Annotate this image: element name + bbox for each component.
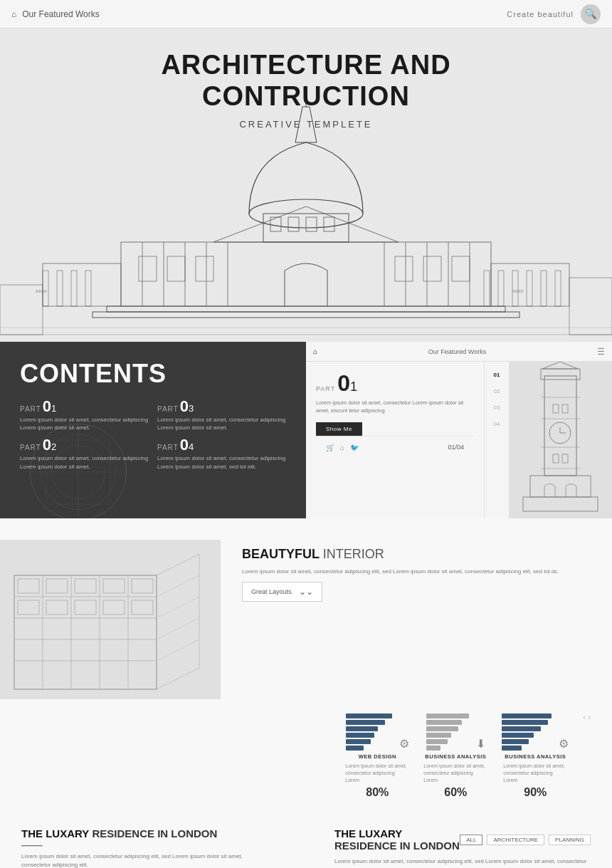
sidebar-num-2[interactable]: 02 bbox=[494, 388, 500, 394]
luxury-left-col: THE LUXARY RESIDENCE IN LONDON Lorem ips… bbox=[0, 813, 306, 868]
navbar-right: Create beautiful 🔍 bbox=[507, 4, 601, 24]
interior-desc: Lorem ipsum dolor sit amet, consectetur … bbox=[242, 568, 591, 576]
svg-rect-43 bbox=[569, 278, 612, 335]
svg-rect-34 bbox=[71, 271, 77, 306]
svg-rect-58 bbox=[553, 454, 559, 463]
preview-sidebar: 01 02 03 04 bbox=[484, 362, 509, 518]
stat-desc-2: Lorem ipsum dolor sit amet, consectetur … bbox=[423, 763, 487, 783]
contents-item-3: PART 03 Lorem ipsum dolor sit amet, cons… bbox=[157, 399, 286, 432]
part-num-4: 04 bbox=[180, 437, 194, 453]
interior-building-sketch bbox=[0, 540, 221, 696]
big-ben-sketch bbox=[509, 362, 612, 518]
navbar: ⌂ Our Featured Works Create beautiful 🔍 bbox=[0, 0, 612, 28]
svg-rect-68 bbox=[14, 575, 157, 689]
svg-rect-29 bbox=[491, 263, 569, 306]
svg-rect-40 bbox=[541, 271, 547, 306]
part-label-4: PART bbox=[157, 444, 179, 451]
svg-rect-0 bbox=[107, 306, 505, 312]
contents-desc-4: Lorem ipsum dolor sit amet, consectetur … bbox=[157, 454, 286, 470]
preview-nav: ⌂ Our Featured Works ☰ bbox=[306, 342, 612, 362]
svg-rect-22 bbox=[139, 256, 157, 281]
svg-rect-59 bbox=[562, 454, 568, 463]
contents-desc-3: Lorem ipsum dolor sit amet, consectetur … bbox=[157, 416, 286, 432]
stat-icon-2: ⬇ bbox=[476, 738, 485, 750]
stat-desc-3: Lorem ipsum dolor sit amet, consectetur … bbox=[503, 763, 567, 783]
svg-rect-36 bbox=[484, 271, 490, 306]
svg-line-88 bbox=[157, 668, 199, 689]
preview-building-image bbox=[509, 362, 612, 518]
svg-rect-52 bbox=[544, 376, 576, 476]
sidebar-num-1[interactable]: 01 bbox=[494, 372, 500, 378]
footer-icons: 🛒 ⌂ 🐦 bbox=[326, 444, 359, 451]
sidebar-num-4[interactable]: 04 bbox=[494, 421, 500, 427]
svg-line-92 bbox=[157, 618, 199, 639]
svg-line-87 bbox=[157, 554, 199, 575]
luxury-left-title: THE LUXARY RESIDENCE IN LONDON bbox=[21, 827, 270, 840]
preview-nav-title: Our Featured Works bbox=[428, 348, 486, 355]
interior-row: BEAUTYFUL INTERIOR Lorem ipsum dolor sit… bbox=[0, 518, 612, 713]
interior-image bbox=[0, 540, 221, 699]
stat-bars-1 bbox=[346, 713, 392, 751]
svg-marker-54 bbox=[542, 362, 578, 369]
prev-icon[interactable]: ‹ bbox=[583, 713, 585, 799]
svg-rect-28 bbox=[43, 263, 121, 306]
svg-line-93 bbox=[157, 639, 199, 661]
svg-rect-32 bbox=[43, 271, 48, 306]
luxury-left-desc: Lorem ipsum dolor sit amet, consectetur … bbox=[21, 852, 270, 868]
svg-rect-39 bbox=[527, 271, 532, 306]
preview-main: PART 01 Lorem ipsum dolor sit amet, cons… bbox=[306, 362, 484, 518]
svg-rect-26 bbox=[423, 256, 441, 281]
building-sketch-svg: |||||||||||||||||||| |||||||||||||||||||… bbox=[0, 100, 612, 342]
svg-rect-80 bbox=[103, 579, 125, 593]
search-icon: 🔍 bbox=[585, 9, 597, 19]
stat-label-2: BUSINESS ANALYSIS bbox=[425, 753, 486, 760]
hero-subtitle: CREATIVE TEMPLETE bbox=[239, 119, 372, 130]
preview-footer: 🛒 ⌂ 🐦 01/04 bbox=[316, 436, 474, 456]
stat-icon-3: ⚙ bbox=[559, 738, 569, 750]
svg-rect-84 bbox=[75, 600, 96, 615]
svg-rect-25 bbox=[395, 256, 413, 281]
part-label-1: PART bbox=[20, 405, 41, 413]
stat-bars-2 bbox=[426, 713, 469, 751]
stats-navigation[interactable]: ‹ › bbox=[583, 713, 591, 799]
create-text: Create beautiful bbox=[507, 10, 574, 19]
luxury-left-section: THE LUXARY RESIDENCE IN LONDON Lorem ips… bbox=[0, 813, 292, 868]
sidebar-num-3[interactable]: 03 bbox=[494, 404, 500, 411]
preview-panel: ⌂ Our Featured Works ☰ PART 01 Lorem ips… bbox=[306, 342, 612, 518]
svg-rect-18 bbox=[324, 217, 334, 231]
stat-item-2: ⬇ BUSINESS ANALYSIS Lorem ipsum dolor si… bbox=[423, 713, 487, 799]
luxury-right-col: THE LUXARY RESIDENCE IN LONDON ALL ARCHI… bbox=[306, 813, 612, 868]
contents-item-4: PART 04 Lorem ipsum dolor sit amet, cons… bbox=[157, 437, 286, 470]
interior-content: BEAUTYFUL INTERIOR Lorem ipsum dolor sit… bbox=[221, 540, 612, 699]
preview-body: PART 01 Lorem ipsum dolor sit amet, cons… bbox=[306, 362, 612, 518]
preview-nav-menu-icon: ☰ bbox=[597, 347, 605, 357]
contents-title: CONTENTS bbox=[20, 359, 286, 389]
svg-rect-79 bbox=[75, 579, 96, 593]
svg-text:||||||||||||||||||||: |||||||||||||||||||| bbox=[36, 289, 47, 293]
hero-section: ARCHITECTURE AND CONTRUCTION CREATIVE TE… bbox=[0, 28, 612, 342]
show-me-button[interactable]: Show Me bbox=[316, 422, 362, 436]
stat-bars-3 bbox=[502, 713, 552, 751]
blueprint-watermark bbox=[14, 419, 142, 518]
part-num-3: 03 bbox=[180, 399, 194, 414]
svg-rect-38 bbox=[512, 271, 518, 306]
svg-rect-81 bbox=[132, 579, 153, 593]
navbar-title: Our Featured Works bbox=[22, 9, 99, 19]
svg-rect-23 bbox=[167, 256, 185, 281]
contents-row: CONTENTS PART 01 Lorem ipsum dolor sit a… bbox=[0, 342, 612, 518]
svg-rect-83 bbox=[46, 600, 68, 615]
filter-all[interactable]: ALL bbox=[460, 835, 482, 845]
luxury-right-title: THE LUXARY RESIDENCE IN LONDON bbox=[334, 827, 460, 852]
preview-nav-home-icon: ⌂ bbox=[313, 347, 317, 355]
svg-rect-77 bbox=[18, 579, 39, 593]
luxury-right-desc: Lorem ipsum dolor sit amet, consectetur … bbox=[334, 857, 591, 868]
great-layouts-button[interactable]: Great Layouts. ⌄⌄ bbox=[242, 582, 322, 602]
stat-label-1: WEB DESIGN bbox=[359, 753, 396, 760]
filter-architecture[interactable]: ARCHITECTURE bbox=[487, 835, 544, 845]
filter-planning[interactable]: PLANNING bbox=[549, 835, 591, 845]
hero-title: ARCHITECTURE AND CONTRUCTION bbox=[161, 50, 450, 112]
interior-title: BEAUTYFUL INTERIOR bbox=[242, 547, 591, 562]
next-icon[interactable]: › bbox=[589, 713, 591, 799]
search-button[interactable]: 🔍 bbox=[581, 4, 601, 24]
svg-rect-27 bbox=[452, 256, 470, 281]
